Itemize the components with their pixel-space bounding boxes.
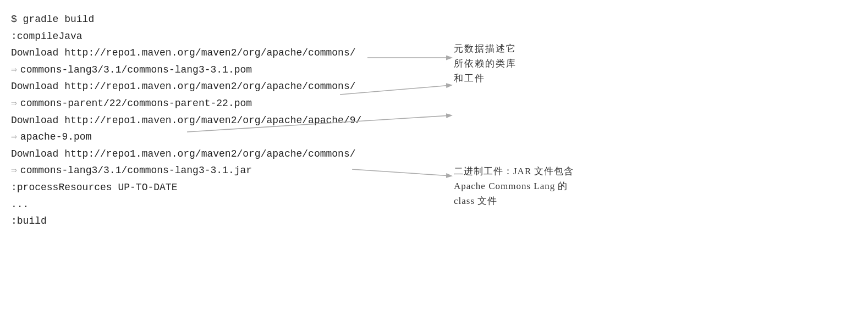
arrow-icon-1: ⇒ xyxy=(11,62,17,79)
line-build: :build xyxy=(11,213,361,230)
line-compile: :compileJava xyxy=(11,28,361,45)
annotation-label-binary: 二进制工件：JAR 文件包含 Apache Commons Lang 的 cla… xyxy=(454,164,574,209)
arrow-icon-3: ⇒ xyxy=(11,129,17,146)
line-dl4a: Download http://repo1.maven.org/maven2/o… xyxy=(11,146,361,163)
line-cmd: $ gradle build xyxy=(11,11,361,28)
arrow-icon-4: ⇒ xyxy=(11,162,17,179)
annotation-label-metadata: 元数据描述它 所依赖的类库 和工件 xyxy=(454,41,517,86)
line-dl2a: Download http://repo1.maven.org/maven2/o… xyxy=(11,78,361,95)
line-dl3b: ⇒apache-9.pom xyxy=(11,129,361,146)
terminal-output: $ gradle build :compileJava Download htt… xyxy=(11,11,361,230)
line-dl1b: ⇒commons-lang3/3.1/commons-lang3-3.1.pom xyxy=(11,62,361,79)
svg-line-3 xyxy=(352,169,451,176)
line-dl4b: ⇒commons-lang3/3.1/commons-lang3-3.1.jar xyxy=(11,162,361,179)
line-dl1a: Download http://repo1.maven.org/maven2/o… xyxy=(11,45,361,62)
line-process: :processResources UP-TO-DATE xyxy=(11,179,361,196)
line-dl3a: Download http://repo1.maven.org/maven2/o… xyxy=(11,112,361,129)
line-dl2b: ⇒commons-parent/22/commons-parent-22.pom xyxy=(11,95,361,112)
line-ellipsis: ... xyxy=(11,196,361,213)
arrow-icon-2: ⇒ xyxy=(11,95,17,112)
